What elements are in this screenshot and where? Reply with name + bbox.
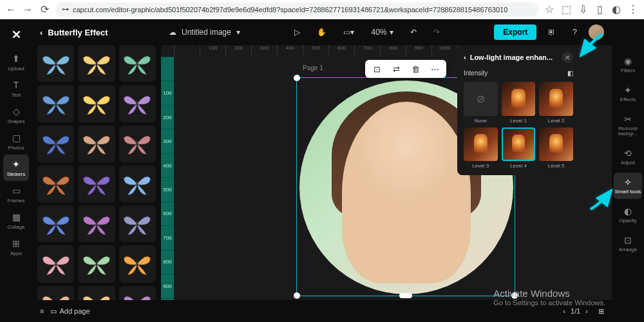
undo-button[interactable]: ↶ bbox=[405, 25, 422, 39]
svg-point-16 bbox=[96, 261, 98, 268]
back-icon[interactable]: ‹ bbox=[40, 28, 43, 37]
rtool-effects[interactable]: ✦Effects bbox=[614, 80, 642, 107]
level-level-2[interactable]: Level 2 bbox=[539, 82, 573, 124]
sticker-butterfly-9[interactable] bbox=[37, 166, 74, 202]
sticker-butterfly-0[interactable] bbox=[37, 45, 74, 82]
profile-icon[interactable]: ◐ bbox=[611, 4, 622, 15]
sticker-butterfly-14[interactable] bbox=[119, 205, 156, 242]
handle-bm[interactable] bbox=[399, 293, 412, 298]
svg-point-14 bbox=[137, 220, 138, 227]
tool-photos[interactable]: ▢Photos bbox=[3, 128, 29, 155]
tool-text[interactable]: TText bbox=[3, 75, 29, 102]
sticker-butterfly-11[interactable] bbox=[119, 166, 156, 202]
svg-point-7 bbox=[96, 140, 98, 147]
redo-button[interactable]: ↷ bbox=[428, 25, 445, 39]
url-bar[interactable]: ⊶capcut.com/editor-graphic/abd501f502074… bbox=[55, 3, 538, 17]
svg-point-15 bbox=[55, 261, 57, 268]
svg-point-13 bbox=[96, 220, 98, 227]
rtool-remove[interactable]: ✂Remove backgr... bbox=[614, 109, 642, 142]
svg-point-8 bbox=[137, 140, 138, 147]
svg-point-10 bbox=[96, 180, 98, 187]
panel-title: Low-light image enhan... bbox=[470, 53, 553, 61]
level-none[interactable]: ⊘None bbox=[464, 82, 498, 124]
menu-icon[interactable]: ⋮ bbox=[627, 4, 639, 15]
sticker-grid bbox=[32, 45, 161, 322]
panel-back-icon[interactable]: ‹ bbox=[464, 53, 466, 61]
delete-icon[interactable]: 🗑 bbox=[409, 62, 422, 75]
svg-point-0 bbox=[55, 60, 57, 67]
rtool-arrange[interactable]: ⊡Arrange bbox=[614, 231, 642, 257]
replace-icon[interactable]: ⇄ bbox=[390, 62, 402, 75]
level-level-5[interactable]: Level 5 bbox=[539, 128, 573, 169]
sticker-butterfly-6[interactable] bbox=[37, 126, 74, 162]
close-icon[interactable]: ✕ bbox=[562, 52, 573, 63]
level-level-3[interactable]: Level 3 bbox=[464, 128, 498, 169]
crop-icon[interactable]: ⊡ bbox=[370, 62, 383, 75]
rtool-smart[interactable]: ✧Smart tools bbox=[614, 173, 642, 199]
sticker-butterfly-15[interactable] bbox=[37, 245, 74, 282]
tool-collage[interactable]: ▦Collage bbox=[3, 207, 29, 234]
svg-point-5 bbox=[137, 100, 138, 107]
svg-point-2 bbox=[137, 60, 138, 67]
sticker-butterfly-10[interactable] bbox=[78, 166, 115, 202]
page-indicator: 1/1 bbox=[571, 307, 580, 315]
compare-icon[interactable]: ◧ bbox=[567, 70, 573, 77]
star-icon[interactable]: ☆ bbox=[544, 4, 555, 15]
sidebar-title: Butterfly Effect bbox=[48, 28, 108, 37]
sticker-butterfly-17[interactable] bbox=[119, 245, 156, 282]
intensity-label: Intensity bbox=[464, 70, 488, 77]
handle-tl[interactable] bbox=[294, 75, 300, 81]
forward-button[interactable]: → bbox=[22, 4, 33, 15]
tool-apps[interactable]: ⊞Apps bbox=[3, 234, 29, 260]
next-page[interactable]: › bbox=[585, 307, 588, 315]
sticker-butterfly-4[interactable] bbox=[78, 85, 115, 122]
sticker-butterfly-3[interactable] bbox=[37, 85, 74, 122]
sticker-butterfly-8[interactable] bbox=[119, 126, 156, 162]
sticker-butterfly-16[interactable] bbox=[78, 245, 115, 282]
sticker-butterfly-1[interactable] bbox=[78, 45, 115, 82]
project-title[interactable]: Untitled image bbox=[182, 28, 231, 37]
level-level-4[interactable]: Level 4 bbox=[502, 128, 536, 169]
capcut-logo[interactable]: ✕ bbox=[7, 26, 25, 44]
zoom-level[interactable]: 40% ▾ bbox=[366, 25, 398, 39]
rtool-adjust[interactable]: ⟲Adjust bbox=[614, 144, 642, 170]
sticker-butterfly-2[interactable] bbox=[119, 45, 156, 82]
add-page-button[interactable]: ▭ Add page bbox=[50, 307, 90, 316]
handle-bl[interactable] bbox=[294, 292, 300, 299]
tool-stickers[interactable]: ✦Stickers bbox=[3, 155, 29, 181]
rtool-opacity[interactable]: ◐Opacity bbox=[614, 202, 642, 228]
layers-icon[interactable]: ≡ bbox=[40, 307, 44, 315]
tool-shapes[interactable]: ◇Shapes bbox=[3, 102, 29, 128]
hand-tool[interactable]: ✋ bbox=[312, 25, 332, 39]
play-button[interactable]: ▷ bbox=[289, 25, 305, 39]
prev-page[interactable]: ‹ bbox=[563, 307, 565, 315]
reload-button[interactable]: ⟳ bbox=[39, 4, 50, 15]
download-icon[interactable]: ⇩ bbox=[577, 4, 589, 15]
fit-button[interactable]: ▭▾ bbox=[338, 25, 359, 39]
sticker-butterfly-13[interactable] bbox=[78, 205, 115, 242]
rtool-filters[interactable]: ◉Filters bbox=[614, 52, 642, 78]
cloud-icon: ☁ bbox=[169, 28, 176, 37]
back-button[interactable]: ← bbox=[5, 4, 17, 15]
shield-icon[interactable]: ⛨ bbox=[543, 25, 561, 39]
level-level-1[interactable]: Level 1 bbox=[502, 82, 536, 124]
more-icon[interactable]: ⋯ bbox=[428, 62, 441, 75]
tool-upload[interactable]: ⬆Upload bbox=[3, 49, 29, 75]
svg-point-12 bbox=[55, 220, 57, 227]
panel-icon[interactable]: ▯ bbox=[594, 4, 605, 15]
avatar[interactable] bbox=[589, 24, 604, 40]
plus-icon: ▭ bbox=[50, 307, 57, 316]
extension-icon[interactable]: ⬚ bbox=[560, 4, 572, 15]
sticker-butterfly-5[interactable] bbox=[119, 85, 156, 122]
grid-view-icon[interactable]: ⊞ bbox=[598, 307, 604, 316]
page-label: Page 1 bbox=[303, 64, 323, 71]
svg-point-9 bbox=[55, 180, 57, 187]
sticker-butterfly-7[interactable] bbox=[78, 126, 115, 162]
sticker-butterfly-12[interactable] bbox=[37, 205, 74, 242]
export-button[interactable]: Export bbox=[494, 24, 536, 40]
topbar: ☁ Untitled image ▾ ▷ ✋ ▭▾ 40% ▾ ↶ ↷ Expo… bbox=[161, 19, 612, 45]
tool-frames[interactable]: ▭Frames bbox=[3, 181, 29, 207]
help-icon[interactable]: ? bbox=[567, 25, 582, 39]
chevron-down-icon[interactable]: ▾ bbox=[236, 28, 240, 37]
svg-point-17 bbox=[137, 261, 138, 268]
